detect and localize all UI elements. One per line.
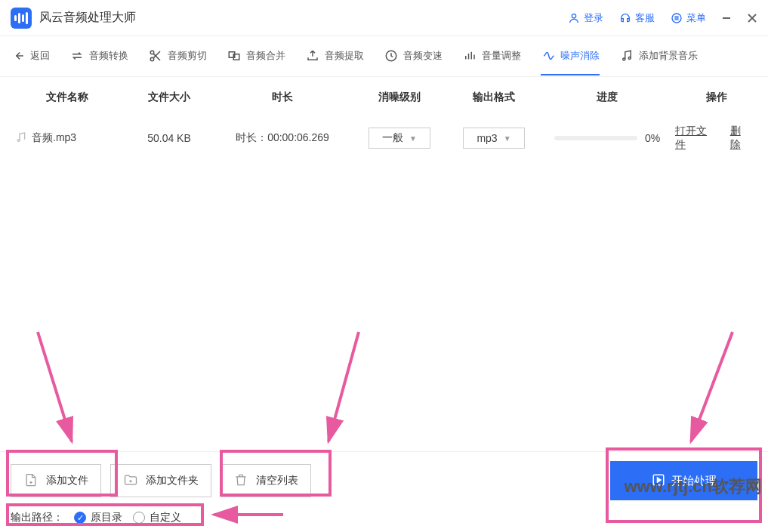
annotation-arrow [15, 324, 91, 453]
bgm-tab[interactable]: 添加背景音乐 [619, 48, 698, 65]
file-name: 音频.mp3 [32, 131, 76, 145]
svg-line-31 [691, 332, 733, 441]
file-size: 50.04 KB [124, 132, 214, 144]
svg-point-10 [150, 57, 154, 61]
table-row: 音频.mp3 50.04 KB 时长：00:00:06.269 一般 ▼ mp3… [0, 118, 768, 158]
service-label: 客服 [635, 11, 655, 25]
denoise-icon [541, 48, 556, 63]
annotation-arrow [649, 324, 740, 449]
service-button[interactable]: 客服 [618, 11, 655, 25]
col-progress: 进度 [539, 91, 675, 104]
speed-icon [384, 48, 399, 63]
extract-icon [305, 48, 320, 63]
convert-tab[interactable]: 音频转换 [69, 48, 128, 65]
col-level: 消噪级别 [350, 91, 449, 104]
trash-icon [233, 472, 248, 490]
denoise-tab[interactable]: 噪声消除 [541, 48, 600, 75]
svg-line-30 [328, 332, 359, 441]
toolbar: 返回 音频转换 音频剪切 音频合并 音频提取 音频变速 音量调整 噪声消除 添加… [0, 36, 768, 77]
delete-link[interactable]: 删除 [730, 125, 750, 152]
svg-point-0 [572, 14, 575, 17]
scissors-icon [148, 48, 163, 63]
svg-point-20 [623, 58, 625, 60]
music-icon [619, 48, 634, 63]
back-icon [11, 48, 26, 63]
col-op: 操作 [675, 91, 757, 104]
svg-line-29 [38, 332, 72, 441]
radio-original-dir[interactable]: 原目录 [74, 511, 122, 524]
menu-button[interactable]: 菜单 [670, 11, 706, 25]
titlebar: 风云音频处理大师 登录 客服 菜单 [0, 0, 768, 36]
radio-unchecked-icon [133, 512, 145, 524]
col-format: 输出格式 [449, 91, 539, 104]
denoise-level-dropdown[interactable]: 一般 ▼ [369, 128, 430, 149]
output-path-label: 输出路径： [11, 511, 63, 524]
file-duration: 时长：00:00:06.269 [214, 131, 350, 145]
progress-text: 0% [645, 132, 660, 144]
convert-icon [69, 48, 85, 63]
progress-bar [554, 136, 637, 140]
cut-tab[interactable]: 音频剪切 [148, 48, 207, 65]
volume-tab[interactable]: 音量调整 [462, 48, 521, 65]
menu-label: 菜单 [686, 11, 706, 25]
annotation-arrow [302, 324, 378, 453]
speed-tab[interactable]: 音频变速 [384, 48, 443, 65]
col-name: 文件名称 [11, 91, 124, 104]
merge-tab[interactable]: 音频合并 [227, 48, 285, 65]
svg-point-22 [17, 139, 20, 141]
add-file-button[interactable]: 添加文件 [11, 464, 101, 497]
open-file-link[interactable]: 打开文件 [675, 125, 715, 152]
volume-icon [462, 48, 477, 63]
merge-icon [227, 48, 242, 63]
headset-icon [618, 11, 632, 25]
app-title: 风云音频处理大师 [39, 10, 136, 26]
radio-checked-icon [74, 512, 86, 524]
radio-custom-dir[interactable]: 自定义 [133, 511, 181, 524]
menu-icon [670, 11, 683, 25]
user-icon [567, 11, 581, 25]
close-button[interactable] [747, 13, 757, 23]
col-size: 文件大小 [124, 91, 214, 104]
file-add-icon [23, 472, 39, 490]
audio-file-icon [15, 131, 27, 146]
folder-add-icon [123, 472, 138, 490]
clear-list-button[interactable]: 清空列表 [221, 464, 311, 497]
app-logo [11, 8, 32, 29]
extract-tab[interactable]: 音频提取 [305, 48, 364, 65]
add-folder-button[interactable]: 添加文件夹 [110, 464, 211, 497]
col-duration: 时长 [214, 91, 350, 104]
svg-point-21 [628, 57, 631, 59]
back-button[interactable]: 返回 [11, 48, 50, 65]
table-header: 文件名称 文件大小 时长 消噪级别 输出格式 进度 操作 [0, 77, 768, 118]
minimize-button[interactable] [721, 13, 732, 23]
output-format-dropdown[interactable]: mp3 ▼ [463, 128, 525, 149]
chevron-down-icon: ▼ [504, 134, 511, 143]
login-label: 登录 [584, 11, 603, 25]
svg-point-9 [150, 51, 154, 54]
login-button[interactable]: 登录 [567, 11, 603, 25]
watermark-text: www.rjtj.cn软荐网 [624, 475, 762, 498]
chevron-down-icon: ▼ [409, 134, 417, 143]
